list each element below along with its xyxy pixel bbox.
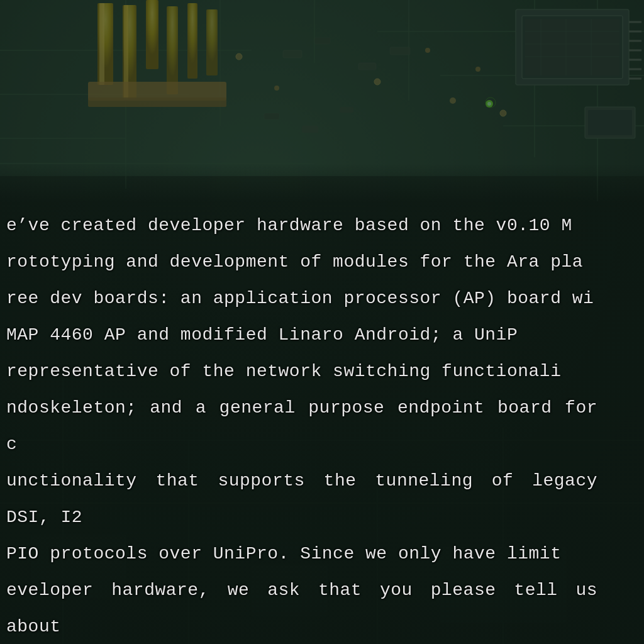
small-chip-corner — [585, 107, 635, 138]
svg-rect-21 — [187, 3, 197, 79]
svg-rect-51 — [340, 107, 353, 113]
text-line-4: MAP 4460 AP and modified Linaro Android;… — [6, 317, 597, 353]
text-line-5: representative of the network switching … — [6, 353, 597, 390]
svg-point-58 — [500, 110, 506, 116]
main-container: e’ve created developer hardware based on… — [0, 0, 644, 644]
svg-point-52 — [236, 53, 242, 60]
svg-rect-45 — [283, 50, 302, 58]
svg-point-53 — [274, 86, 279, 91]
article-text: e’ve created developer hardware based on… — [0, 195, 616, 644]
svg-rect-48 — [390, 47, 410, 55]
chip-component — [516, 9, 641, 85]
text-line-8: PIO protocols over UniPro. Since we only… — [6, 536, 597, 572]
svg-rect-47 — [358, 63, 376, 70]
svg-rect-46 — [314, 38, 330, 44]
svg-point-55 — [425, 48, 430, 53]
svg-rect-19 — [146, 0, 158, 69]
text-line-9: eveloper hardware, we ask that you pleas… — [6, 572, 597, 644]
svg-rect-16 — [99, 3, 104, 85]
svg-point-57 — [475, 67, 480, 72]
svg-rect-27 — [525, 19, 619, 75]
svg-point-43 — [487, 102, 491, 106]
svg-rect-24 — [88, 97, 226, 107]
svg-point-56 — [450, 97, 456, 104]
svg-point-54 — [374, 79, 380, 85]
svg-rect-50 — [302, 126, 318, 133]
text-line-6: ndoskeleton; and a general purpose endpo… — [6, 390, 597, 463]
svg-rect-22 — [206, 9, 218, 75]
svg-rect-49 — [264, 113, 279, 119]
text-line-2: rototyping and development of modules fo… — [6, 244, 597, 280]
text-line-3: ree dev boards: an application processor… — [6, 280, 597, 317]
text-line-1: e’ve created developer hardware based on… — [6, 208, 597, 244]
since-word: Since — [300, 544, 355, 564]
text-line-7: unctionality that supports the tunneling… — [6, 463, 597, 536]
svg-rect-20 — [167, 6, 178, 94]
svg-rect-42 — [588, 110, 632, 135]
